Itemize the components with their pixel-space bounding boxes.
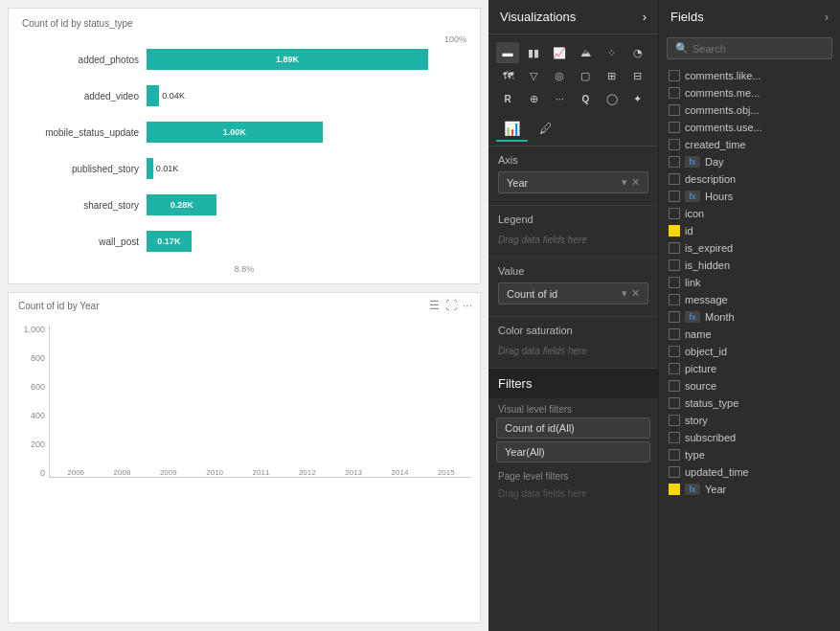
field-item[interactable]: description (663, 170, 836, 188)
viz-icon-q[interactable]: Q (574, 88, 597, 109)
viz-icon-extra[interactable]: ✦ (626, 88, 649, 109)
viz-icon-map[interactable]: 🗺 (496, 65, 519, 86)
field-item[interactable]: object_id (663, 343, 836, 360)
field-checkbox[interactable] (669, 380, 680, 392)
expand-icon[interactable]: ⛶ (445, 299, 457, 312)
viz-icon-custom[interactable]: ⊕ (522, 88, 545, 109)
chart-icons-row: ☰ ⛶ ··· (429, 299, 472, 312)
field-checkbox[interactable] (669, 415, 680, 426)
field-item[interactable]: message (663, 291, 836, 308)
viz-icon-pie[interactable]: ◔ (626, 42, 649, 63)
field-item[interactable]: is_expired (663, 239, 836, 257)
color-saturation-hint: Drag data fields here (498, 342, 648, 360)
field-item[interactable]: fxYear (663, 481, 836, 498)
value-dropdown-icon[interactable]: ▾ (622, 287, 627, 300)
field-name: is_hidden (685, 259, 730, 271)
field-item[interactable]: comments.me... (663, 84, 836, 101)
field-checkbox[interactable] (669, 191, 680, 202)
field-item[interactable]: picture (663, 360, 836, 377)
field-checkbox[interactable] (669, 139, 680, 150)
field-checkbox[interactable] (669, 328, 680, 340)
viz-icon-r[interactable]: R (496, 88, 519, 109)
viz-icon-bar[interactable]: ▬ (496, 42, 519, 63)
field-checkbox[interactable] (669, 259, 680, 271)
field-checkbox[interactable] (669, 242, 680, 254)
field-checkbox[interactable] (669, 277, 680, 288)
viz-icon-card[interactable]: ▢ (574, 65, 597, 86)
field-item[interactable]: subscribed (663, 429, 836, 446)
bar-row: shared_story0.28K (22, 192, 466, 218)
field-item[interactable]: status_type (663, 394, 836, 412)
filter-count-id[interactable]: Count of id(All) (496, 417, 650, 439)
viz-icon-funnel[interactable]: ▽ (522, 65, 545, 86)
field-item[interactable]: link (663, 274, 836, 291)
year-label: 2013 (345, 468, 362, 477)
field-checkbox[interactable] (669, 449, 680, 461)
search-input[interactable] (692, 43, 824, 55)
field-item[interactable]: is_hidden (663, 257, 836, 274)
bar-row: wall_post0.17K (22, 228, 466, 255)
axis-remove-icon[interactable]: ✕ (631, 176, 640, 189)
viz-header-arrow[interactable]: › (643, 10, 647, 24)
viz-icon-gauge[interactable]: ◎ (548, 65, 571, 86)
field-checkbox[interactable] (669, 104, 680, 116)
field-item[interactable]: comments.obj... (663, 101, 836, 119)
percent-100: 100% (22, 34, 466, 44)
field-checkbox[interactable] (669, 122, 680, 133)
viz-icon-line[interactable]: 📈 (548, 42, 571, 63)
field-checkbox[interactable] (669, 208, 680, 219)
field-item[interactable]: fxMonth (663, 308, 836, 326)
axis-actions: ▾ ✕ (622, 176, 640, 189)
viz-icon-ring[interactable]: ◯ (601, 88, 624, 109)
year-label: 2006 (67, 468, 84, 477)
bar-fill (147, 158, 153, 179)
field-checkbox[interactable] (669, 311, 680, 323)
viz-icon-more[interactable]: ··· (548, 88, 571, 109)
hamburger-icon[interactable]: ☰ (429, 299, 440, 312)
field-item[interactable]: fxHours (663, 188, 836, 205)
tab-chart[interactable]: 📊 (496, 117, 528, 142)
field-checkbox[interactable] (669, 397, 680, 409)
field-checkbox[interactable] (669, 294, 680, 305)
field-name: object_id (685, 346, 727, 357)
field-checkbox[interactable] (669, 432, 680, 443)
field-item[interactable]: fxDay (663, 153, 836, 170)
field-checkbox[interactable] (669, 363, 680, 374)
more-icon[interactable]: ··· (463, 299, 472, 312)
value-field-box[interactable]: Count of id ▾ ✕ (498, 282, 648, 304)
filter-year[interactable]: Year(All) (496, 441, 650, 462)
field-item[interactable]: story (663, 412, 836, 429)
viz-icon-area[interactable]: ⛰ (574, 42, 597, 63)
viz-icon-scatter[interactable]: ⁘ (601, 42, 624, 63)
field-checkbox[interactable] (669, 87, 680, 99)
axis-field-box[interactable]: Year ▾ ✕ (498, 171, 648, 193)
top-bar-chart: Count of id by status_type 100% added_ph… (8, 8, 481, 284)
value-remove-icon[interactable]: ✕ (631, 287, 640, 300)
viz-icon-stacked-bar[interactable]: ▮▮ (522, 42, 545, 63)
axis-dropdown-icon[interactable]: ▾ (622, 176, 627, 189)
field-item[interactable]: name (663, 326, 836, 343)
field-checkbox[interactable] (669, 466, 680, 478)
field-type-icon: fx (685, 311, 700, 323)
viz-icon-table[interactable]: ⊞ (601, 65, 624, 86)
field-item[interactable]: comments.use... (663, 119, 836, 136)
field-item[interactable]: id (663, 222, 836, 239)
field-checkbox[interactable] (669, 173, 680, 185)
y-axis-label: 800 (18, 353, 45, 363)
field-item[interactable]: source (663, 377, 836, 394)
field-item[interactable]: updated_time (663, 463, 836, 481)
field-item[interactable]: created_time (663, 136, 836, 153)
field-item[interactable]: type (663, 446, 836, 463)
bottom-bar-chart: ☰ ⛶ ··· Count of id by Year 1,0008006004… (8, 292, 481, 623)
field-checkbox[interactable] (669, 484, 680, 495)
fields-title: Fields (670, 10, 704, 24)
field-checkbox[interactable] (669, 156, 680, 168)
tab-format[interactable]: 🖊 (532, 117, 560, 142)
field-item[interactable]: comments.like... (663, 67, 836, 84)
field-checkbox[interactable] (669, 70, 680, 81)
viz-icon-matrix[interactable]: ⊟ (626, 65, 649, 86)
field-checkbox[interactable] (669, 225, 680, 237)
field-checkbox[interactable] (669, 346, 680, 357)
fields-arrow[interactable]: › (825, 11, 829, 24)
field-item[interactable]: icon (663, 205, 836, 222)
